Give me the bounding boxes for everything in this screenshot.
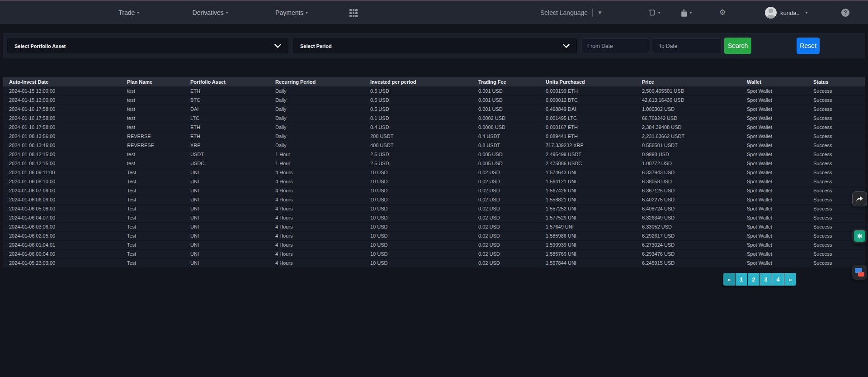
table-cell: test [127, 159, 190, 168]
table-cell: UNI [190, 186, 275, 195]
table-cell: test [127, 123, 190, 132]
column-header: Wallet [747, 77, 813, 86]
nav-menu-derivatives[interactable]: Derivatives▾ [193, 1, 228, 24]
search-button[interactable]: Search [724, 38, 751, 54]
pagination-page-button[interactable]: 3 [760, 273, 772, 286]
table-cell: 2,509.405501 USD [642, 86, 747, 95]
table-row: 2024-01-15 13:00:00testBTCDaily0.5 USD0.… [3, 95, 865, 105]
chat-bubbles-extension-icon[interactable] [852, 265, 867, 280]
table-cell: 0.089441 ETH [546, 132, 642, 141]
table-cell: 1.567426 UNI [546, 186, 642, 195]
period-select-value: Select Period [300, 43, 332, 49]
from-date-input[interactable] [581, 38, 649, 53]
column-header: Portfolio Asset [190, 77, 275, 86]
table-cell: Test [127, 258, 190, 267]
pagination-page-button[interactable]: 4 [772, 273, 784, 286]
table-cell: Test [127, 177, 190, 186]
table-cell: Daily [275, 86, 370, 95]
table-cell: 6.33052 USD [642, 222, 747, 231]
table-cell: 10 USD [370, 231, 478, 240]
table-row: 2024-01-06 02:05:00TestUNI4 Hours10 USD0… [3, 231, 865, 240]
table-cell: BTC [190, 95, 275, 105]
table-cell: UNI [190, 177, 275, 186]
table-cell: Test [127, 213, 190, 222]
apps-grid-icon[interactable] [349, 9, 358, 17]
chatgpt-extension-icon[interactable]: ✻ [852, 229, 867, 243]
chevron-down-icon: ▾ [137, 10, 139, 15]
table-cell: 6.337943 USD [642, 168, 747, 177]
table-cell: 0.02 USD [478, 213, 546, 222]
table-cell: UNI [190, 195, 275, 204]
filter-panel: Select Portfolio Asset Select Period Sea… [3, 33, 865, 58]
username-label: kunda.. [780, 10, 800, 16]
table-cell: Spot Wallet [747, 168, 813, 177]
table-cell: LTC [190, 114, 275, 123]
table-row: 2024-01-06 03:06:00TestUNI4 Hours10 USD0… [3, 222, 865, 231]
table-cell: 6.273024 USD [642, 240, 747, 249]
nav-menu-payments[interactable]: Payments▾ [275, 1, 308, 24]
table-cell: XRP [190, 141, 275, 150]
table-cell: 1.574643 UNI [546, 168, 642, 177]
to-date-input[interactable] [653, 38, 722, 53]
table-cell: 10 USD [370, 177, 478, 186]
pagination-page-button[interactable]: 1 [736, 273, 747, 286]
red-chat-bubble-icon [858, 272, 864, 277]
table-cell: Success [813, 150, 865, 159]
table-cell: 4 Hours [275, 186, 370, 195]
table-row: 2024-01-08 13:56:00REVERSEETHDaily200 US… [3, 132, 865, 141]
table-cell: 2.495499 USDT [546, 150, 642, 159]
table-cell: UNI [190, 249, 275, 258]
table-cell: 2024-01-08 12:15:00 [3, 159, 127, 168]
pagination-prev-button[interactable]: « [723, 273, 735, 286]
table-cell: Daily [275, 141, 370, 150]
pagination-page-button[interactable]: 2 [748, 273, 760, 286]
table-cell: 2024-01-06 03:06:00 [3, 222, 127, 231]
table-cell: 0.498849 DAI [546, 105, 642, 114]
help-icon[interactable]: ? [841, 9, 849, 17]
table-cell: 6.293476 USD [642, 249, 747, 258]
table-cell: 10 USD [370, 222, 478, 231]
reset-button[interactable]: Reset [797, 38, 820, 54]
table-cell: Daily [275, 105, 370, 114]
column-header: Trading Fee [478, 77, 546, 86]
chevron-down-icon: ▾ [690, 10, 692, 15]
table-cell: test [127, 86, 190, 95]
table-cell: Success [813, 105, 865, 114]
chevron-down-icon: ▾ [306, 10, 308, 15]
wallet-bag-button[interactable]: ▾ [681, 1, 692, 24]
table-cell: 0.02 USD [478, 204, 546, 213]
table-cell: ETH [190, 86, 275, 95]
table-cell: Spot Wallet [747, 86, 813, 95]
history-table: Auto-Invest DatePlan NamePortfolio Asset… [3, 77, 865, 268]
table-cell: 0.000012 BTC [546, 95, 642, 105]
table-cell: 1.590939 UNI [546, 240, 642, 249]
share-extension-icon[interactable] [852, 191, 867, 206]
table-cell: 2.475886 USDC [546, 159, 642, 168]
chevron-down-icon: ▾ [226, 10, 228, 15]
table-cell: Test [127, 204, 190, 213]
language-selector[interactable]: Select Language ▼ [540, 1, 603, 24]
settings-gear-icon[interactable]: ⚙ [719, 1, 726, 24]
table-cell: Spot Wallet [747, 150, 813, 159]
user-menu[interactable]: kunda.. ▾ [765, 1, 807, 24]
pagination-next-button[interactable]: » [784, 273, 796, 286]
nav-menu-trade[interactable]: Trade▾ [118, 1, 139, 24]
table-cell: 6.292617 USD [642, 231, 747, 240]
table-cell: 2024-01-06 06:09:00 [3, 195, 127, 204]
table-cell: 0.005 USD [478, 159, 546, 168]
table-cell: 1.57649 UNI [546, 222, 642, 231]
table-cell: 0.001 USD [478, 95, 546, 105]
table-cell: 6.402275 USD [642, 195, 747, 204]
table-cell: UNI [190, 231, 275, 240]
table-cell: Spot Wallet [747, 95, 813, 105]
table-cell: 0.5 USD [370, 95, 478, 105]
orders-book-button[interactable]: ▾ [648, 1, 660, 24]
table-cell: Spot Wallet [747, 231, 813, 240]
language-arrow-icon: ▼ [597, 10, 603, 16]
period-select[interactable]: Select Period [293, 38, 577, 53]
portfolio-asset-select[interactable]: Select Portfolio Asset [7, 38, 288, 53]
table-row: 2024-01-06 06:09:00TestUNI4 Hours10 USD0… [3, 195, 865, 204]
table-cell: USDT [190, 150, 275, 159]
table-cell: 0.02 USD [478, 195, 546, 204]
column-header: Auto-Invest Date [3, 77, 127, 86]
